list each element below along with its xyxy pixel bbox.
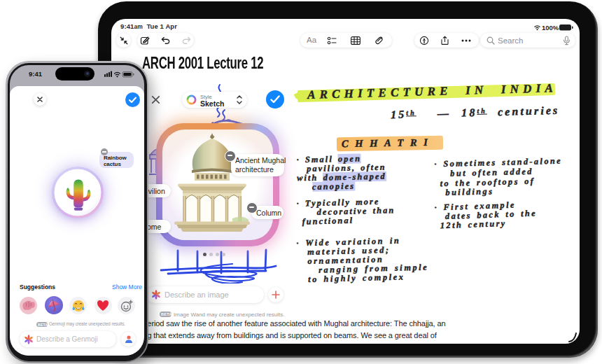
svg-text:100%: 100% <box>542 24 559 31</box>
